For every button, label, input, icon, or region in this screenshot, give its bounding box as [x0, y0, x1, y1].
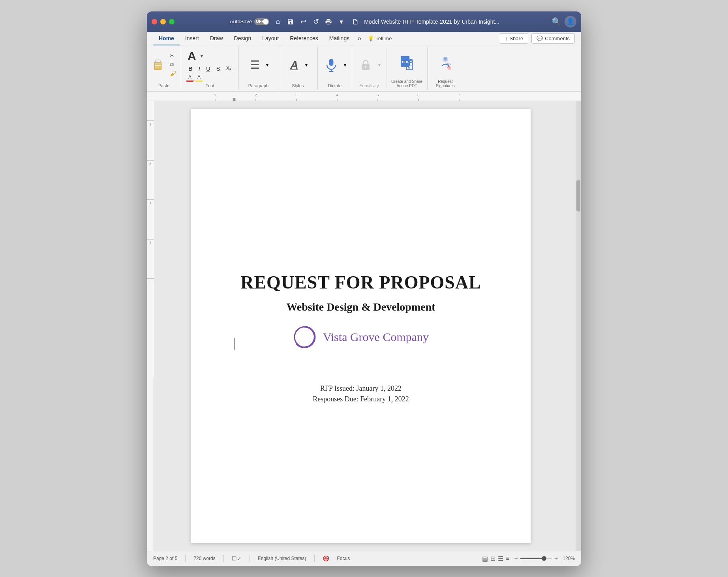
- cut-button[interactable]: ✂: [168, 52, 178, 60]
- sensitivity-label: Sensitivity: [359, 83, 379, 88]
- draft-view-icon[interactable]: ≡: [506, 555, 509, 562]
- tab-insert[interactable]: Insert: [180, 32, 205, 45]
- subscript-button[interactable]: X₂: [224, 65, 234, 72]
- responses-due-date: Responses Due: February 1, 2022: [313, 395, 409, 403]
- underline-button[interactable]: U: [204, 64, 213, 73]
- svg-text:3: 3: [149, 162, 151, 166]
- text-cursor: [234, 338, 235, 350]
- paste-button[interactable]: [150, 49, 167, 82]
- copy-button[interactable]: ⧉: [168, 60, 178, 69]
- paste-label: Paste: [158, 83, 169, 88]
- font-size-large-button[interactable]: A: [186, 49, 198, 64]
- autosave-toggle[interactable]: OFF: [254, 18, 269, 25]
- minimize-button[interactable]: [160, 19, 166, 24]
- spell-check-icon[interactable]: ☐✓: [232, 555, 242, 562]
- page-info: Page 2 of 5: [153, 556, 177, 561]
- undo-icon-btn[interactable]: ↩: [298, 16, 309, 27]
- create-share-pdf-button[interactable]: PDF: [396, 54, 417, 73]
- language: English (United States): [258, 556, 306, 561]
- highlight-button[interactable]: A: [195, 73, 203, 82]
- tell-me-section[interactable]: 💡 Tell me: [364, 34, 396, 43]
- more-tabs-icon[interactable]: »: [355, 34, 364, 43]
- styles-dropdown[interactable]: ▾: [304, 62, 309, 69]
- document-main-title: REQUEST FOR PROPOSAL: [240, 272, 481, 293]
- document-area: 1 2 3 4 5 6 7: [147, 92, 581, 551]
- dictate-dropdown[interactable]: ▾: [342, 62, 348, 69]
- title-bar-right: 🔍 👤: [552, 16, 576, 28]
- horizontal-ruler: 1 2 3 4 5 6 7: [147, 92, 581, 101]
- zoom-increase-icon[interactable]: +: [554, 555, 558, 562]
- svg-text:5: 5: [377, 93, 379, 97]
- app-window: AutoSave OFF ⌂ ↩ ↺ ▾: [147, 11, 581, 566]
- zoom-slider[interactable]: − +: [514, 555, 558, 562]
- strikethrough-button[interactable]: S: [214, 64, 223, 73]
- vertical-scrollbar[interactable]: [576, 101, 581, 551]
- web-layout-icon[interactable]: ⊞: [490, 555, 495, 562]
- print-icon-btn[interactable]: [323, 16, 334, 27]
- format-painter-button[interactable]: 🖌: [168, 69, 178, 78]
- tab-design[interactable]: Design: [229, 32, 257, 45]
- autosave-section: AutoSave OFF: [230, 18, 269, 25]
- comments-button[interactable]: 💬 Comments: [531, 33, 575, 44]
- view-icons: ▤ ⊞ ☰ ≡: [482, 555, 509, 562]
- tab-home[interactable]: Home: [153, 32, 180, 45]
- title-bar-icons: ⌂ ↩ ↺ ▾: [272, 16, 347, 27]
- svg-text:PDF: PDF: [402, 60, 410, 64]
- focus-label[interactable]: Focus: [337, 556, 350, 561]
- request-signatures-button[interactable]: ✕✕✕: [435, 54, 456, 73]
- ribbon: Home Insert Draw Design Layout Reference…: [147, 32, 581, 92]
- svg-text:1: 1: [214, 93, 216, 97]
- tab-mailings[interactable]: Mailings: [324, 32, 355, 45]
- tab-draw[interactable]: Draw: [205, 32, 229, 45]
- close-button[interactable]: [152, 19, 157, 24]
- search-icon[interactable]: 🔍: [552, 17, 561, 26]
- svg-text:3: 3: [295, 93, 298, 97]
- doc-scroll-area: 2 3 4 5 6 REQUEST FOR PROPOSAL: [147, 101, 581, 551]
- paragraph-dropdown[interactable]: ▾: [265, 62, 270, 69]
- share-button[interactable]: ↑ Share: [500, 33, 528, 44]
- zoom-thumb[interactable]: [542, 556, 546, 561]
- redo-icon-btn[interactable]: ↺: [310, 16, 321, 27]
- sensitivity-button[interactable]: [356, 57, 375, 73]
- user-avatar[interactable]: 👤: [565, 16, 576, 28]
- doc-content[interactable]: REQUEST FOR PROPOSAL Website Design & De…: [154, 101, 576, 551]
- sensitivity-dropdown[interactable]: ▾: [377, 62, 382, 69]
- paragraph-group-content: ☰ ▾: [247, 49, 270, 82]
- focus-icon[interactable]: 🎯: [323, 555, 329, 562]
- font-dropdown-btn[interactable]: ▾: [199, 52, 205, 60]
- adobe-pdf-label: Create and ShareAdobe PDF: [391, 79, 422, 88]
- svg-text:6: 6: [417, 93, 420, 97]
- status-bar: Page 2 of 5 720 words ☐✓ English (United…: [147, 551, 581, 566]
- toggle-state-label: OFF: [256, 19, 264, 24]
- bold-button[interactable]: B: [186, 64, 195, 73]
- svg-text:2: 2: [255, 93, 257, 97]
- italic-button[interactable]: I: [196, 64, 203, 73]
- rfp-dates: RFP Issued: January 1, 2022 Responses Du…: [313, 384, 409, 403]
- dropdown-icon-btn[interactable]: ▾: [336, 16, 347, 27]
- font-color-button[interactable]: A: [186, 73, 194, 82]
- sensitivity-group-content: ▾: [356, 49, 382, 82]
- paragraph-button[interactable]: ☰: [247, 57, 263, 73]
- paste-group: ✂ ⧉ 🖌 Paste: [147, 47, 181, 90]
- print-layout-icon[interactable]: ▤: [482, 555, 488, 562]
- svg-text:✕✕✕: ✕✕✕: [445, 62, 452, 66]
- comments-label: Comments: [545, 36, 570, 41]
- company-logo: Vista Grove Company: [293, 325, 429, 349]
- save-icon-btn[interactable]: [285, 16, 296, 27]
- tab-layout[interactable]: Layout: [257, 32, 284, 45]
- zoom-decrease-icon[interactable]: −: [514, 555, 518, 562]
- zoom-level[interactable]: 120%: [563, 556, 575, 561]
- dictate-button[interactable]: [322, 56, 341, 74]
- font-bottom-row: B I U S X₂: [186, 64, 234, 73]
- outline-view-icon[interactable]: ☰: [498, 555, 503, 562]
- zoom-track[interactable]: [520, 558, 552, 559]
- ribbon-action-buttons: ↑ Share 💬 Comments: [500, 33, 575, 44]
- page-content: REQUEST FOR PROPOSAL Website Design & De…: [231, 141, 491, 511]
- tab-references[interactable]: References: [284, 32, 324, 45]
- styles-button[interactable]: A: [286, 57, 302, 73]
- scrollbar-thumb[interactable]: [576, 180, 580, 212]
- maximize-button[interactable]: [169, 19, 174, 24]
- autosave-label: AutoSave: [230, 19, 252, 24]
- styles-group-content: A ▾: [286, 49, 309, 82]
- home-icon-btn[interactable]: ⌂: [272, 16, 283, 27]
